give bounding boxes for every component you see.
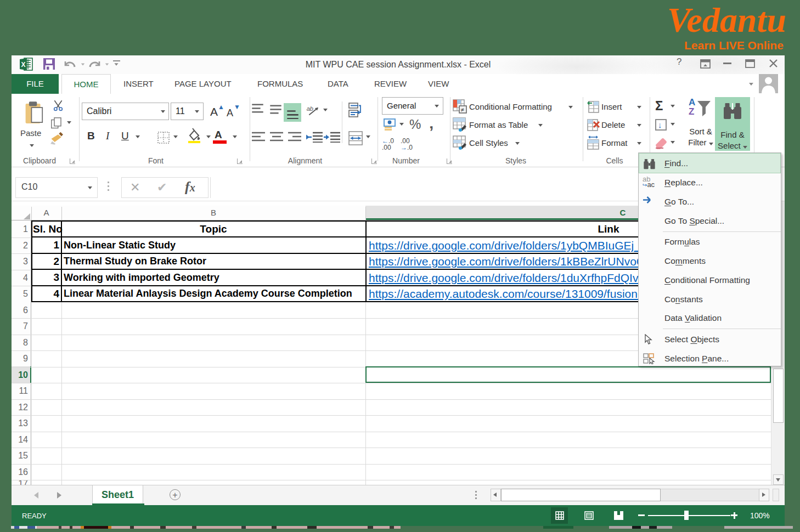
- svg-text:ab: ab: [307, 105, 313, 112]
- svg-text:X: X: [21, 61, 26, 69]
- svg-text:≠: ≠: [461, 106, 464, 113]
